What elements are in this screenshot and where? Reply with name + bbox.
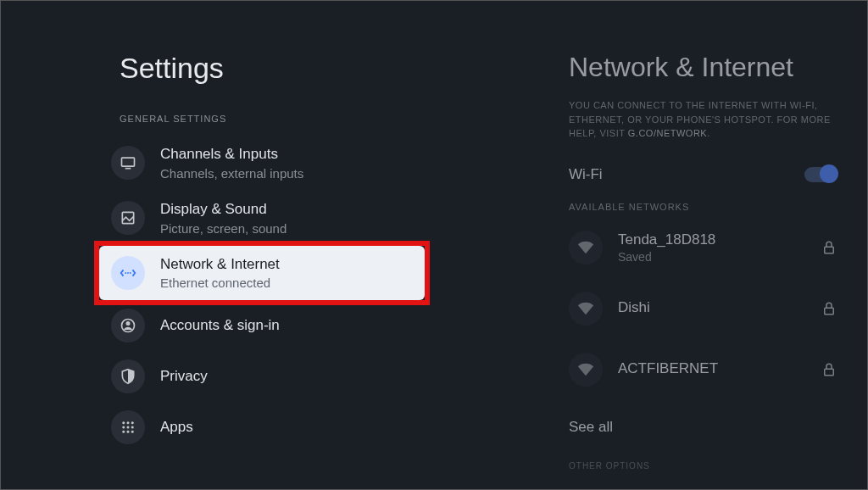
sidebar-item-sub: Picture, screen, sound: [160, 220, 287, 237]
lock-icon: [821, 362, 837, 377]
settings-sidebar: Settings GENERAL SETTINGS Channels & Inp…: [1, 1, 509, 489]
wifi-label: Wi-Fi: [569, 166, 603, 183]
svg-point-9: [127, 422, 130, 425]
svg-point-10: [131, 422, 134, 425]
sidebar-item-label: Channels & Inputs: [160, 144, 303, 164]
general-settings-header: GENERAL SETTINGS: [120, 114, 509, 124]
sidebar-item-label: Apps: [160, 417, 193, 437]
network-row[interactable]: Tenda_18D818 Saved: [569, 217, 837, 278]
wifi-icon: [569, 231, 603, 264]
svg-rect-18: [825, 308, 834, 315]
svg-rect-17: [825, 247, 834, 253]
svg-point-11: [122, 426, 125, 429]
network-sub: Saved: [618, 250, 715, 264]
svg-rect-19: [825, 369, 834, 376]
sidebar-item-label: Accounts & sign-in: [160, 315, 280, 336]
svg-point-12: [127, 426, 130, 429]
wifi-toggle-row[interactable]: Wi-Fi: [569, 159, 837, 202]
wifi-toggle[interactable]: [804, 167, 837, 182]
image-icon: [111, 201, 145, 235]
sidebar-item-label: Privacy: [160, 366, 208, 387]
svg-point-8: [122, 422, 125, 425]
apps-icon: [111, 410, 145, 444]
wifi-icon: [569, 353, 603, 387]
svg-point-7: [126, 321, 131, 326]
lock-icon: [821, 240, 837, 255]
svg-point-16: [131, 431, 134, 433]
sidebar-item-label: Display & Sound: [160, 199, 287, 220]
network-name: ACTFIBERNET: [618, 359, 718, 378]
sidebar-item-privacy[interactable]: Privacy: [111, 351, 509, 402]
account-icon: [111, 309, 145, 342]
lock-icon: [821, 301, 837, 316]
wifi-icon: [569, 292, 603, 326]
network-name: Tenda_18D818: [618, 231, 715, 249]
detail-panel: Network & Internet YOU CAN CONNECT TO TH…: [509, 1, 867, 489]
sidebar-item-sub: Ethernet connected: [160, 274, 280, 292]
see-all-button[interactable]: See all: [569, 400, 837, 454]
detail-description: YOU CAN CONNECT TO THE INTERNET WITH WI-…: [569, 98, 837, 141]
svg-point-13: [131, 426, 134, 429]
svg-point-4: [127, 272, 129, 274]
network-icon: [111, 256, 145, 290]
sidebar-item-sub: Channels, external inputs: [160, 164, 303, 182]
network-name: Dishi: [618, 298, 650, 317]
page-title: Settings: [120, 52, 509, 85]
svg-point-3: [125, 272, 126, 274]
svg-point-15: [127, 431, 130, 433]
sidebar-item-accounts[interactable]: Accounts & sign-in: [111, 300, 509, 351]
shield-icon: [111, 359, 145, 393]
sidebar-item-network[interactable]: Network & Internet Ethernet connected: [99, 246, 425, 301]
detail-title: Network & Internet: [569, 52, 837, 83]
tv-icon: [111, 146, 145, 180]
sidebar-item-label: Network & Internet: [160, 254, 280, 275]
network-row[interactable]: Dishi: [569, 278, 837, 339]
sidebar-item-display[interactable]: Display & Sound Picture, screen, sound: [111, 191, 509, 246]
help-link[interactable]: G.CO/NETWORK: [628, 128, 707, 138]
other-options-header: OTHER OPTIONS: [569, 461, 837, 471]
sidebar-item-apps[interactable]: Apps: [111, 402, 509, 453]
sidebar-item-channels[interactable]: Channels & Inputs Channels, external inp…: [111, 136, 509, 191]
available-networks-header: AVAILABLE NETWORKS: [569, 202, 837, 212]
svg-point-14: [122, 431, 125, 433]
network-row[interactable]: ACTFIBERNET: [569, 339, 837, 400]
svg-rect-0: [122, 159, 135, 167]
svg-point-5: [130, 272, 131, 274]
